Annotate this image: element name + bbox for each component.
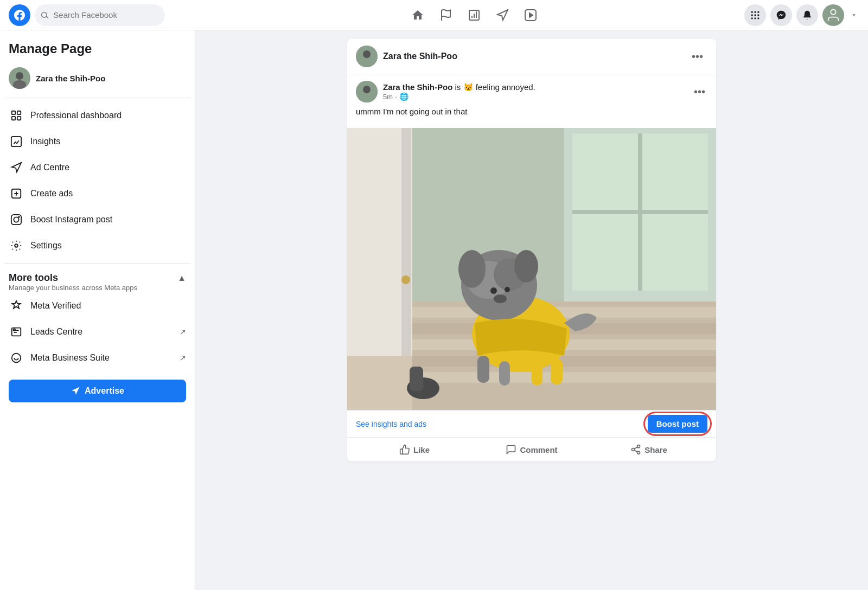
sidebar-item-insights[interactable]: Insights xyxy=(4,129,190,155)
svg-point-10 xyxy=(751,17,753,19)
home-icon xyxy=(411,9,424,22)
post-author-name: Zara the Shih-Poo is 😾 feeling annoyed. xyxy=(383,82,686,92)
facebook-logo-icon xyxy=(13,9,26,22)
more-tools-chevron-icon[interactable]: ▲ xyxy=(177,273,186,283)
svg-point-8 xyxy=(754,14,756,16)
user-avatar-icon xyxy=(826,8,841,23)
advertise-label: Advertise xyxy=(85,386,124,396)
post-author-avatar-img xyxy=(356,81,378,102)
instagram-icon xyxy=(9,212,24,227)
search-box[interactable] xyxy=(35,4,165,26)
svg-rect-19 xyxy=(17,117,21,120)
home-nav-btn[interactable] xyxy=(405,2,431,28)
boost-post-button[interactable]: Boost post xyxy=(648,415,707,433)
post-reactions: Like Comment Share xyxy=(347,437,716,461)
account-menu-btn[interactable] xyxy=(848,10,859,21)
chart-nav-btn[interactable] xyxy=(461,2,487,28)
like-button[interactable]: Like xyxy=(356,440,473,459)
svg-point-7 xyxy=(751,14,753,16)
topnav xyxy=(0,0,868,30)
svg-rect-56 xyxy=(477,356,489,383)
sidebar-item-settings[interactable]: Settings xyxy=(4,233,190,259)
sidebar-item-meta-verified[interactable]: Meta Verified xyxy=(4,293,190,319)
flag-nav-btn[interactable] xyxy=(433,2,459,28)
more-tools-text: More tools Manage your business across M… xyxy=(9,272,137,292)
comment-button[interactable]: Comment xyxy=(473,440,590,459)
sidebar-item-create-ads[interactable]: Create ads xyxy=(4,181,190,207)
notifications-btn[interactable] xyxy=(796,4,818,26)
meta-business-suite-label: Meta Business Suite xyxy=(30,353,173,363)
post-options-btn[interactable]: ••• xyxy=(692,84,707,100)
page-profile[interactable]: Zara the Shih-Poo xyxy=(4,63,190,93)
bell-icon xyxy=(802,10,813,21)
post-meta: 5m · 🌐 xyxy=(383,92,686,101)
svg-line-67 xyxy=(634,447,637,448)
facebook-logo[interactable] xyxy=(9,4,30,26)
sidebar-item-professional-dashboard[interactable]: Professional dashboard xyxy=(4,102,190,129)
advertise-button[interactable]: Advertise xyxy=(9,380,186,402)
insights-label: Insights xyxy=(30,137,186,146)
meta-business-suite-arrow: ↗ xyxy=(180,354,186,362)
grid-icon xyxy=(750,10,761,21)
user-avatar[interactable] xyxy=(822,4,844,26)
svg-rect-20 xyxy=(11,137,21,146)
feed: Zara the Shih-Poo ••• Z xyxy=(347,39,716,581)
insights-icon xyxy=(9,134,24,149)
sidebar-item-boost-instagram[interactable]: Boost Instagram post xyxy=(4,207,190,233)
apps-btn[interactable] xyxy=(744,4,766,26)
sidebar-item-leads-centre[interactable]: Leads Centre ↗ xyxy=(4,319,190,345)
page-avatar-img xyxy=(9,67,30,89)
svg-point-51 xyxy=(458,250,486,288)
svg-rect-57 xyxy=(499,361,510,386)
more-tools-header: More tools Manage your business across M… xyxy=(4,268,190,293)
post-header-menu-btn[interactable]: ••• xyxy=(687,46,707,67)
svg-point-28 xyxy=(12,354,21,363)
svg-point-23 xyxy=(14,217,18,222)
svg-rect-18 xyxy=(12,117,15,120)
svg-rect-22 xyxy=(11,215,21,225)
more-tools-subtitle: Manage your business across Meta apps xyxy=(9,284,137,292)
svg-point-9 xyxy=(757,14,759,16)
ad-centre-icon xyxy=(9,160,24,175)
topnav-right xyxy=(744,4,859,26)
meta-verified-label: Meta Verified xyxy=(30,301,186,311)
like-label: Like xyxy=(413,445,430,454)
svg-point-52 xyxy=(514,250,538,283)
business-suite-icon xyxy=(9,350,24,365)
search-input[interactable] xyxy=(53,10,158,20)
settings-icon xyxy=(9,238,24,253)
post-header-avatar xyxy=(356,46,378,67)
chart-icon xyxy=(468,9,481,22)
share-button[interactable]: Share xyxy=(590,440,707,459)
sidebar-item-meta-business-suite[interactable]: Meta Business Suite ↗ xyxy=(4,345,190,371)
svg-point-14 xyxy=(16,72,23,80)
svg-point-24 xyxy=(18,216,20,217)
svg-point-54 xyxy=(505,287,510,292)
post-image-placeholder xyxy=(347,128,716,410)
svg-point-11 xyxy=(754,17,756,19)
search-icon xyxy=(41,11,49,20)
play-icon xyxy=(524,9,537,22)
svg-rect-62 xyxy=(410,367,423,391)
svg-point-55 xyxy=(494,294,507,303)
post-dog-image xyxy=(347,128,716,410)
share-label: Share xyxy=(644,445,667,454)
svg-point-53 xyxy=(490,287,497,294)
see-insights-link[interactable]: See insights and ads xyxy=(356,420,426,428)
comment-label: Comment xyxy=(520,445,557,454)
post-body: Zara the Shih-Poo is 😾 feeling annoyed. … xyxy=(347,74,716,128)
play-nav-btn[interactable] xyxy=(518,2,544,28)
meta-verified-icon xyxy=(9,298,24,313)
author-name-text: Zara the Shih-Poo xyxy=(383,82,452,92)
chevron-down-icon xyxy=(851,12,857,18)
svg-rect-16 xyxy=(12,111,15,114)
more-tools-title: More tools xyxy=(9,272,137,284)
post-author-line: Zara the Shih-Poo is 😾 feeling annoyed. … xyxy=(356,81,707,102)
boost-instagram-label: Boost Instagram post xyxy=(30,215,186,225)
post-author-info: Zara the Shih-Poo is 😾 feeling annoyed. … xyxy=(383,82,686,101)
messenger-btn[interactable] xyxy=(770,4,792,26)
sidebar-title: Manage Page xyxy=(4,39,190,63)
megaphone-nav-btn[interactable] xyxy=(489,2,515,28)
sidebar-item-ad-centre[interactable]: Ad Centre xyxy=(4,155,190,181)
topnav-center xyxy=(208,2,740,28)
